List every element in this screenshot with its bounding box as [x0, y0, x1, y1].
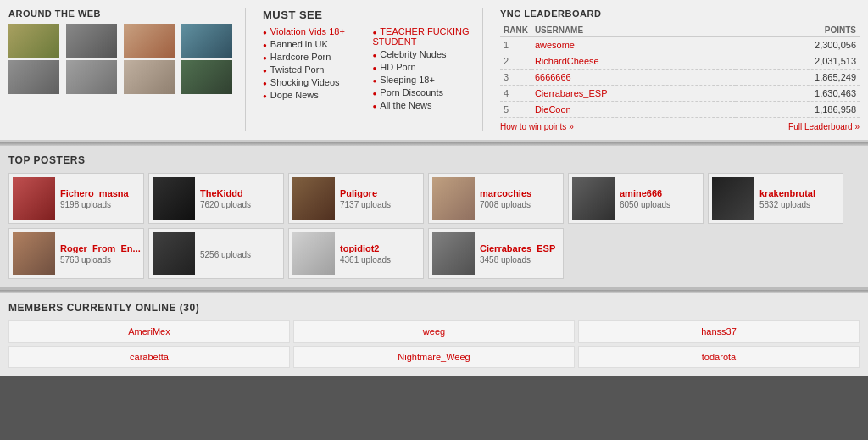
around-web-panel: AROUND THE WEB [8, 8, 246, 131]
full-leaderboard-link[interactable]: Full Leaderboard » [788, 122, 860, 131]
poster-name-2[interactable]: Puligore [340, 188, 420, 198]
leaderboard-panel: YNC LEADERBOARD RANK USERNAME POINTS 1 a… [492, 8, 860, 131]
poster-avatar-5 [712, 177, 754, 220]
thumb-8[interactable] [181, 60, 232, 94]
poster-card-1[interactable]: TheKiddd 7620 uploads [148, 173, 284, 224]
must-item-4[interactable]: Twisted Porn [263, 64, 364, 75]
poster-name-5[interactable]: krakenbrutal [760, 188, 839, 198]
must-link-10[interactable]: Sleeping 18+ [380, 75, 435, 85]
must-link-4[interactable]: Twisted Porn [270, 64, 325, 75]
lb-rank-4: 5 [500, 102, 531, 118]
poster-avatar-1 [153, 177, 195, 220]
poster-uploads-2: 7137 uploads [340, 200, 420, 209]
must-link-5[interactable]: Shocking Videos [270, 77, 340, 87]
poster-card-8[interactable]: topidiot2 4361 uploads [288, 228, 424, 279]
must-link-12[interactable]: All the News [380, 100, 431, 110]
must-link-6[interactable]: Dope News [270, 90, 319, 100]
member-cell-0[interactable]: AmeriMex [8, 320, 290, 343]
poster-name-1[interactable]: TheKiddd [200, 188, 280, 198]
must-item-12[interactable]: All the News [373, 100, 475, 110]
must-item-5[interactable]: Shocking Videos [263, 77, 364, 87]
poster-card-7[interactable]: 5256 uploads [148, 228, 284, 279]
must-link-1[interactable]: Violation Vids 18+ [270, 26, 345, 36]
poster-name-8[interactable]: topidiot2 [340, 243, 420, 253]
thumb-5[interactable] [8, 60, 59, 94]
poster-name-6[interactable]: Roger_From_En... [60, 243, 141, 253]
poster-card-3[interactable]: marcochies 7008 uploads [428, 173, 564, 224]
member-cell-1[interactable]: weeg [293, 320, 575, 343]
must-item-10[interactable]: Sleeping 18+ [373, 75, 475, 85]
thumb-4[interactable] [181, 24, 232, 58]
must-link-9[interactable]: HD Porn [380, 62, 415, 72]
member-link-0[interactable]: AmeriMex [128, 326, 170, 337]
poster-card-6[interactable]: Roger_From_En... 5763 uploads [8, 228, 144, 279]
poster-card-5[interactable]: krakenbrutal 5832 uploads [708, 173, 843, 224]
members-title: MEMBERS CURRENTLY ONLINE (30) [8, 302, 860, 314]
poster-uploads-7: 5256 uploads [200, 250, 280, 259]
poster-info-4: amine666 6050 uploads [620, 188, 699, 209]
member-cell-3[interactable]: carabetta [8, 346, 290, 368]
poster-info-3: marcochies 7008 uploads [480, 188, 559, 209]
member-cell-2[interactable]: hanss37 [578, 320, 860, 343]
thumb-grid [8, 24, 236, 94]
must-item-6[interactable]: Dope News [263, 90, 364, 100]
lb-username-2[interactable]: 6666666 [531, 70, 736, 86]
member-link-2[interactable]: hanss37 [701, 326, 737, 337]
poster-avatar-9 [432, 232, 475, 275]
lb-username-0[interactable]: awesome [531, 37, 736, 53]
poster-uploads-8: 4361 uploads [340, 255, 420, 265]
member-cell-4[interactable]: Nightmare_Weeg [293, 346, 575, 368]
lb-username-4[interactable]: DieCoon [531, 102, 736, 118]
must-link-2[interactable]: Banned in UK [270, 39, 328, 49]
poster-uploads-3: 7008 uploads [480, 200, 559, 209]
must-item-11[interactable]: Porn Discounts [373, 87, 475, 97]
member-link-3[interactable]: carabetta [130, 352, 169, 362]
thumb-1[interactable] [8, 24, 59, 58]
thumb-3[interactable] [124, 24, 175, 58]
must-link-8[interactable]: Celebrity Nudes [380, 49, 446, 59]
must-link-7[interactable]: TEACHER FUCKING STUDENT [373, 26, 470, 47]
poster-name-9[interactable]: Cierrabares_ESP [480, 243, 559, 253]
member-cell-5[interactable]: todarota [578, 346, 860, 368]
must-item-9[interactable]: HD Porn [373, 62, 475, 72]
thumb-2[interactable] [66, 24, 117, 58]
top-posters-section: TOP POSTERS Fichero_masna 9198 uploads T… [0, 146, 868, 290]
must-link-3[interactable]: Hardcore Porn [270, 52, 331, 62]
lb-row-1: 2 RichardCheese 2,031,513 [500, 53, 860, 70]
poster-info-2: Puligore 7137 uploads [340, 188, 420, 209]
member-link-1[interactable]: weeg [423, 326, 445, 337]
poster-name-3[interactable]: marcochies [480, 188, 559, 198]
poster-avatar-0 [13, 177, 55, 220]
must-link-11[interactable]: Porn Discounts [380, 87, 443, 97]
poster-name-0[interactable]: Fichero_masna [60, 188, 140, 198]
poster-card-2[interactable]: Puligore 7137 uploads [288, 173, 424, 224]
how-to-win-link[interactable]: How to win points » [500, 122, 574, 131]
poster-uploads-5: 5832 uploads [760, 200, 839, 209]
lb-username-1[interactable]: RichardCheese [531, 53, 736, 70]
poster-name-4[interactable]: amine666 [620, 188, 699, 198]
lb-pts-1: 2,031,513 [736, 53, 860, 70]
poster-uploads-6: 5763 uploads [60, 255, 141, 265]
poster-card-9[interactable]: Cierrabares_ESP 3458 uploads [428, 228, 564, 279]
member-link-4[interactable]: Nightmare_Weeg [398, 352, 470, 362]
thumb-7[interactable] [124, 60, 175, 94]
must-item-7[interactable]: TEACHER FUCKING STUDENT [373, 26, 475, 47]
thumb-6[interactable] [66, 60, 117, 94]
must-item-1[interactable]: Violation Vids 18+ [263, 26, 364, 36]
lb-row-2: 3 6666666 1,865,249 [500, 70, 860, 86]
member-link-5[interactable]: todarota [702, 352, 736, 362]
lb-row-3: 4 Cierrabares_ESP 1,630,463 [500, 86, 860, 102]
lb-pts-0: 2,300,056 [736, 37, 860, 53]
top-section: AROUND THE WEB MUST SEE Violation Vids 1… [0, 0, 868, 142]
poster-avatar-4 [572, 177, 615, 220]
lb-username-3[interactable]: Cierrabares_ESP [531, 86, 736, 102]
must-item-2[interactable]: Banned in UK [263, 39, 364, 49]
lb-rank-0: 1 [500, 37, 531, 53]
leaderboard-title: YNC LEADERBOARD [500, 8, 860, 19]
poster-card-4[interactable]: amine666 6050 uploads [568, 173, 704, 224]
poster-card-0[interactable]: Fichero_masna 9198 uploads [8, 173, 144, 224]
must-item-3[interactable]: Hardcore Porn [263, 52, 364, 62]
must-item-8[interactable]: Celebrity Nudes [373, 49, 475, 59]
poster-info-0: Fichero_masna 9198 uploads [60, 188, 140, 209]
main-wrapper: AROUND THE WEB MUST SEE Violation Vids 1… [0, 0, 868, 376]
